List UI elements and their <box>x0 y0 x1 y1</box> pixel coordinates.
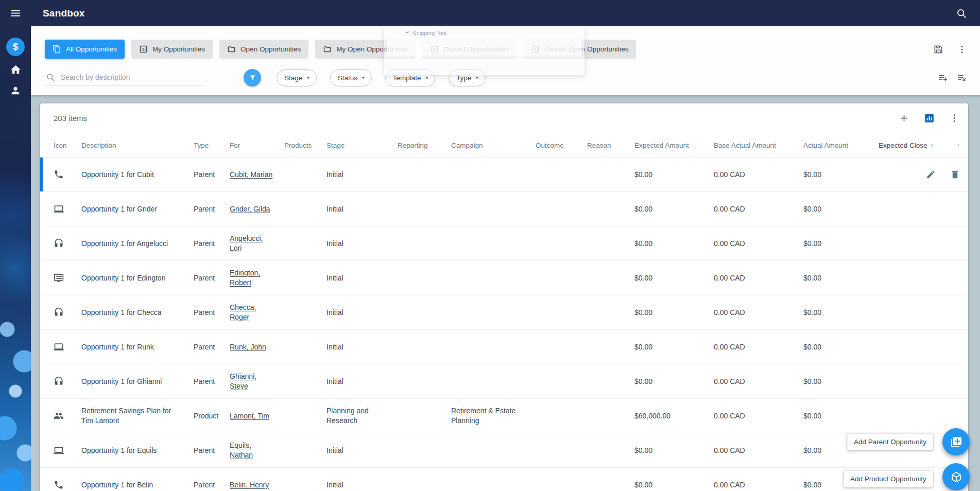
menu-button[interactable] <box>0 7 31 19</box>
view-tab-owned-open-opportunities[interactable]: Owned Open Opportunities <box>523 40 637 59</box>
cell-for[interactable]: Cubit, Marian <box>230 163 284 187</box>
cell-description[interactable]: Opportunity 1 for Edington <box>81 266 194 290</box>
row-type-icon-cell <box>40 369 81 394</box>
view-tab-my-opportunities[interactable]: My Opportunities <box>131 40 213 59</box>
cell-end <box>956 399 968 433</box>
cell-products <box>284 374 326 389</box>
column-header-outcome[interactable]: Outcome <box>536 132 587 157</box>
search-box[interactable] <box>45 70 205 86</box>
row-type-icon-cell <box>40 438 81 463</box>
cell-for[interactable]: Edington, Robert <box>230 261 284 295</box>
column-header-expected-close[interactable]: Expected Close↑ <box>879 132 956 157</box>
cell-expected-close <box>879 409 956 423</box>
page-title: Sandbox <box>43 8 85 19</box>
filter-button[interactable] <box>244 69 261 86</box>
cell-for[interactable]: Angelucci, Lori <box>230 226 284 260</box>
column-header-reporting[interactable]: Reporting <box>398 132 451 157</box>
table-row[interactable]: Opportunity 1 for Angelucci Parent Angel… <box>40 226 968 261</box>
cell-for[interactable]: Runk, John <box>230 335 284 359</box>
table-row[interactable]: Opportunity 1 for Ghianni Parent Ghianni… <box>40 364 968 399</box>
cell-base-actual-amount: 0.00 CAD <box>714 301 803 325</box>
search-input[interactable] <box>61 73 204 81</box>
cell-campaign <box>451 305 536 320</box>
cell-for[interactable]: Grider, Gilda <box>230 197 284 221</box>
cell-for[interactable]: Ghianni, Steve <box>230 364 284 398</box>
cell-description[interactable]: Opportunity 1 for Equils <box>81 439 194 463</box>
column-header-description[interactable]: Description <box>81 132 194 157</box>
column-header-actual-amount[interactable]: Actual Amount <box>803 132 879 157</box>
cell-description[interactable]: Opportunity 1 for Belin <box>81 473 194 491</box>
cell-description[interactable]: Opportunity 1 for Ghianni <box>81 370 194 394</box>
cell-type: Parent <box>194 266 230 290</box>
column-header-products[interactable]: Products <box>284 132 326 157</box>
sort-ascending-icon: ↑ <box>931 142 934 149</box>
table-more-button[interactable] <box>949 113 960 124</box>
cell-type: Parent <box>194 473 230 491</box>
cell-description[interactable]: Retirement Savings Plan for Tim Lamont <box>81 399 194 433</box>
add-parent-opportunity-fab[interactable] <box>942 428 970 455</box>
cell-campaign <box>451 167 536 182</box>
view-tab-all-opportunities[interactable]: All Opportunities <box>45 40 125 59</box>
card-icon <box>430 45 439 54</box>
card-header: 203 items <box>40 103 968 132</box>
view-tab-my-open-opportunities[interactable]: My Open Opportunities <box>315 40 416 59</box>
nav-home-button[interactable] <box>0 64 31 76</box>
table-row[interactable]: Opportunity 1 for Belin Parent Belin, He… <box>40 468 968 491</box>
table-row[interactable]: Opportunity 1 for Cubit Parent Cubit, Ma… <box>40 157 968 192</box>
filter-chip-type[interactable]: Type ▾ <box>449 69 486 86</box>
scroll-columns-right-button[interactable] <box>956 132 968 157</box>
add-product-opportunity-fab[interactable] <box>942 463 970 490</box>
column-header-for[interactable]: For <box>230 132 284 157</box>
cell-reason <box>587 167 634 182</box>
cell-products <box>284 167 326 182</box>
filters-row: Stage ▾ Status ▾ Template ▾ Type ▾ <box>31 59 980 95</box>
table-row[interactable]: Opportunity 1 for Equils Parent Equils, … <box>40 433 968 468</box>
nav-opportunities-button[interactable]: $ <box>0 38 31 56</box>
cell-for[interactable]: Checca, Roger <box>230 295 284 329</box>
column-header-campaign[interactable]: Campaign <box>451 132 536 157</box>
cell-description[interactable]: Opportunity 1 for Runk <box>81 335 194 359</box>
column-header-base-actual-amount[interactable]: Base Actual Amount <box>714 132 803 157</box>
global-search-button[interactable] <box>956 8 967 19</box>
cell-base-actual-amount: 0.00 CAD <box>714 439 803 463</box>
save-view-button[interactable] <box>933 44 943 55</box>
view-tab-open-opportunities[interactable]: Open Opportunities <box>219 40 308 59</box>
column-header-reason[interactable]: Reason <box>587 132 634 157</box>
table-row[interactable]: Opportunity 1 for Edington Parent Edingt… <box>40 261 968 295</box>
column-header-type[interactable]: Type <box>194 132 230 157</box>
cell-reporting <box>398 167 451 182</box>
chart-view-button[interactable] <box>924 113 935 124</box>
bar-chart-icon <box>924 113 935 124</box>
filter-chip-template[interactable]: Template ▾ <box>385 69 435 86</box>
cell-description[interactable]: Opportunity 1 for Checca <box>81 301 194 325</box>
add-item-button[interactable] <box>899 113 909 124</box>
edit-row-button[interactable] <box>926 170 936 180</box>
cell-actual-amount: $0.00 <box>803 232 879 256</box>
filter-chip-stage[interactable]: Stage ▾ <box>277 69 317 86</box>
card-actions <box>899 113 960 124</box>
cell-for[interactable]: Equils, Nathan <box>230 433 284 467</box>
column-header-expected-amount[interactable]: Expected Amount <box>634 132 714 157</box>
column-header-stage[interactable]: Stage <box>326 132 398 157</box>
cell-description[interactable]: Opportunity 1 for Angelucci <box>81 232 194 256</box>
table-row[interactable]: Opportunity 1 for Runk Parent Runk, John… <box>40 330 968 364</box>
views-more-button[interactable] <box>957 44 967 55</box>
column-header-icon[interactable]: Icon <box>40 132 81 157</box>
cell-type: Parent <box>194 301 230 325</box>
cell-stage: Initial <box>326 266 398 290</box>
view-tab-owned-opportunities[interactable]: Owned Opportunities <box>422 40 517 59</box>
cell-expected-amount: $0.00 <box>634 301 714 325</box>
cell-description[interactable]: Opportunity 1 for Cubit <box>81 163 194 187</box>
filter-chip-status[interactable]: Status ▾ <box>330 69 372 86</box>
add-to-list-button[interactable] <box>938 73 948 83</box>
table-row[interactable]: Opportunity 1 for Checca Parent Checca, … <box>40 295 968 330</box>
cell-for[interactable]: Belin, Henry <box>230 473 284 491</box>
cell-for[interactable]: Lamont, Tim <box>230 404 284 428</box>
cell-description[interactable]: Opportunity 1 for Grider <box>81 197 194 221</box>
table-row[interactable]: Retirement Savings Plan for Tim Lamont P… <box>40 399 968 433</box>
cell-campaign <box>451 236 536 251</box>
remove-from-list-button[interactable] <box>957 73 967 83</box>
nav-profile-button[interactable] <box>0 85 31 96</box>
delete-row-button[interactable] <box>950 170 960 180</box>
table-row[interactable]: Opportunity 1 for Grider Parent Grider, … <box>40 192 968 226</box>
